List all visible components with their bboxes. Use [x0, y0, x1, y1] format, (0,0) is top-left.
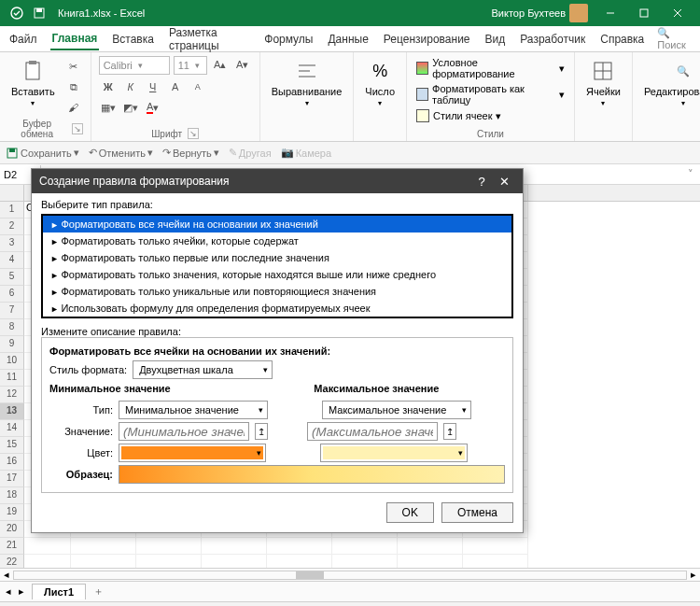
- row-header[interactable]: 11: [0, 370, 24, 387]
- format-style-select[interactable]: Двухцветная шкала: [133, 360, 273, 379]
- number-format-button[interactable]: % Число▾: [361, 56, 399, 109]
- tab-developer[interactable]: Разработчик: [518, 29, 587, 49]
- user-account[interactable]: Виктор Бухтеев: [492, 4, 588, 22]
- row-header[interactable]: 17: [0, 471, 24, 487]
- dialog-help-button[interactable]: ?: [470, 175, 493, 189]
- cell[interactable]: [463, 538, 528, 555]
- max-value-input[interactable]: [307, 422, 438, 441]
- editing-button[interactable]: 🔍 Редактирование▾: [640, 56, 700, 109]
- font-color-button[interactable]: A▾: [144, 99, 162, 116]
- ok-button[interactable]: OK: [386, 502, 434, 523]
- row-header[interactable]: 16: [0, 454, 24, 471]
- font-family-combo[interactable]: Calibri: [99, 56, 170, 75]
- decrease-font-icon[interactable]: A▾: [233, 56, 252, 73]
- tab-review[interactable]: Рецензирование: [382, 29, 472, 49]
- row-header[interactable]: 18: [0, 487, 24, 504]
- conditional-formatting-button[interactable]: Условное форматирование ▾: [414, 56, 567, 80]
- tab-view[interactable]: Вид: [483, 29, 508, 49]
- rule-type-item[interactable]: Форматировать все ячейки на основании их…: [43, 216, 511, 233]
- dialog-title-bar[interactable]: Создание правила форматирования ? ✕: [32, 169, 523, 193]
- horizontal-scrollbar[interactable]: ◂▸: [0, 568, 700, 581]
- cells-button[interactable]: Ячейки▾: [582, 56, 624, 109]
- qat-save[interactable]: Сохранить ▾: [6, 147, 79, 160]
- sheet-tab[interactable]: Лист1: [32, 584, 86, 599]
- bold-button[interactable]: Ж: [99, 78, 118, 95]
- cancel-button[interactable]: Отмена: [441, 502, 513, 523]
- row-header[interactable]: 21: [0, 538, 24, 555]
- cell-styles-button[interactable]: Стили ячеек ▾: [414, 108, 567, 123]
- cell[interactable]: [463, 555, 528, 568]
- row-header[interactable]: 22: [0, 555, 24, 568]
- sheet-nav-next[interactable]: ▸: [19, 585, 24, 598]
- cell[interactable]: [267, 555, 332, 568]
- cell[interactable]: [136, 555, 202, 568]
- row-header[interactable]: 2: [0, 218, 24, 235]
- row-header[interactable]: 7: [0, 303, 24, 319]
- rule-type-item[interactable]: Форматировать только уникальные или повт…: [43, 283, 511, 300]
- cell[interactable]: [24, 538, 71, 555]
- row-header[interactable]: 1: [0, 202, 24, 218]
- max-value-ref-picker[interactable]: ↥: [443, 423, 456, 440]
- row-header[interactable]: 6: [0, 286, 24, 303]
- cell[interactable]: [398, 555, 463, 568]
- rule-type-item[interactable]: Использовать формулу для определения фор…: [43, 300, 511, 317]
- cell[interactable]: [71, 538, 136, 555]
- min-value-ref-picker[interactable]: ↥: [255, 423, 268, 440]
- row-header[interactable]: 20: [0, 521, 24, 538]
- min-type-select[interactable]: Минимальное значение: [119, 401, 268, 419]
- paste-button[interactable]: Вставить ▾: [7, 56, 59, 109]
- tab-home[interactable]: Главная: [50, 28, 100, 50]
- font-launcher[interactable]: ↘: [188, 128, 199, 139]
- format-as-table-button[interactable]: Форматировать как таблицу ▾: [414, 82, 567, 106]
- row-header[interactable]: 10: [0, 353, 24, 370]
- alignment-button[interactable]: Выравнивание▾: [268, 56, 346, 109]
- underline-button[interactable]: Ч: [144, 78, 162, 95]
- font-grow-icon[interactable]: A: [166, 78, 185, 95]
- row-header[interactable]: 9: [0, 336, 24, 353]
- row-header[interactable]: 15: [0, 437, 24, 454]
- cell[interactable]: [202, 538, 267, 555]
- row-header[interactable]: 5: [0, 269, 24, 286]
- cell[interactable]: [136, 538, 202, 555]
- close-button[interactable]: [661, 0, 694, 26]
- tell-me-search[interactable]: 🔍 Поиск: [657, 27, 693, 50]
- increase-font-icon[interactable]: A▴: [211, 56, 230, 73]
- maximize-button[interactable]: [627, 0, 661, 26]
- dialog-close-button[interactable]: ✕: [493, 175, 515, 189]
- qat-undo[interactable]: ↶ Отменить ▾: [89, 147, 153, 159]
- sheet-nav-prev[interactable]: ◂: [6, 585, 11, 598]
- formula-expand[interactable]: ˅: [681, 166, 700, 183]
- row-header[interactable]: 8: [0, 319, 24, 336]
- min-value-input[interactable]: [119, 422, 249, 441]
- cell[interactable]: [24, 555, 71, 568]
- cell[interactable]: [202, 555, 267, 568]
- font-shrink-icon[interactable]: A: [189, 78, 207, 95]
- rule-type-item[interactable]: Форматировать только первые или последни…: [43, 249, 511, 266]
- cell[interactable]: [332, 538, 398, 555]
- qat-redo[interactable]: ↷ Вернуть ▾: [162, 147, 219, 159]
- save-icon[interactable]: [28, 3, 50, 23]
- font-size-combo[interactable]: 11: [174, 56, 207, 75]
- tab-help[interactable]: Справка: [598, 29, 646, 49]
- border-button[interactable]: ▦▾: [99, 99, 118, 116]
- max-type-select[interactable]: Максимальное значение: [322, 401, 471, 419]
- tab-file[interactable]: Файл: [7, 29, 39, 49]
- rule-type-item[interactable]: Форматировать только значения, которые н…: [43, 266, 511, 283]
- select-all-corner[interactable]: [0, 185, 24, 201]
- max-color-select[interactable]: [320, 444, 468, 462]
- tab-insert[interactable]: Вставка: [110, 29, 156, 49]
- add-sheet-button[interactable]: ＋: [93, 585, 104, 599]
- fill-color-button[interactable]: ◩▾: [121, 99, 140, 116]
- minimize-button[interactable]: [594, 0, 627, 26]
- row-header[interactable]: 13: [0, 403, 24, 420]
- cell[interactable]: [267, 538, 332, 555]
- row-header[interactable]: 3: [0, 235, 24, 252]
- autosave-toggle[interactable]: [6, 3, 28, 23]
- rule-type-item[interactable]: Форматировать только ячейки, которые сод…: [43, 233, 511, 249]
- italic-button[interactable]: К: [121, 78, 140, 95]
- row-header[interactable]: 19: [0, 504, 24, 521]
- cell[interactable]: [332, 555, 398, 568]
- cell[interactable]: [71, 555, 136, 568]
- copy-button[interactable]: ⧉: [64, 78, 83, 95]
- cell[interactable]: [398, 538, 463, 555]
